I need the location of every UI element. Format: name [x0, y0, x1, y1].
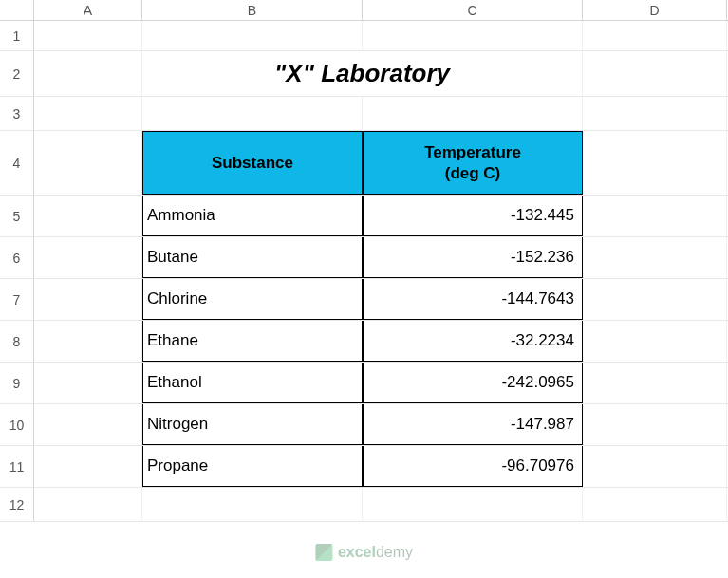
row-header-4[interactable]: 4 [0, 131, 34, 195]
cell-substance[interactable]: Chlorine [142, 279, 363, 320]
row-2: 2 "X" Laboratory [0, 51, 728, 97]
cell-a2[interactable] [34, 51, 142, 96]
cell-a10[interactable] [34, 404, 142, 445]
cell-d3[interactable] [583, 97, 727, 130]
row-header-7[interactable]: 7 [0, 279, 34, 320]
cell-c12[interactable] [363, 488, 583, 521]
table-header-substance-label: Substance [212, 153, 293, 173]
row-header-2[interactable]: 2 [0, 51, 34, 96]
cell-d4[interactable] [583, 131, 727, 195]
cell-a4[interactable] [34, 131, 142, 195]
cell-temperature[interactable]: -242.0965 [363, 363, 583, 403]
cell-b1[interactable] [142, 21, 363, 50]
col-header-a[interactable]: A [34, 0, 142, 20]
col-header-c[interactable]: C [363, 0, 583, 20]
cell-temperature[interactable]: -32.2234 [363, 321, 583, 362]
cell-d7[interactable] [583, 279, 727, 320]
cell-temperature[interactable]: -132.445 [363, 196, 583, 236]
cell-d10[interactable] [583, 404, 727, 445]
table-header-substance[interactable]: Substance [142, 131, 363, 195]
cell-d1[interactable] [583, 21, 727, 50]
cell-a8[interactable] [34, 321, 142, 362]
row-header-9[interactable]: 9 [0, 363, 34, 403]
cell-substance[interactable]: Ethanol [142, 363, 363, 403]
cell-a7[interactable] [34, 279, 142, 320]
exceldemy-logo-icon [315, 544, 332, 561]
cell-substance[interactable]: Butane [142, 237, 363, 278]
row-12: 12 [0, 488, 728, 522]
watermark: exceldemy [315, 544, 413, 561]
row-8: 8Ethane-32.2234 [0, 321, 728, 363]
cell-d12[interactable] [583, 488, 727, 521]
row-6: 6Butane-152.236 [0, 237, 728, 279]
cell-d9[interactable] [583, 363, 727, 403]
spreadsheet: A B C D 1 2 "X" Laboratory 3 4 Substance… [0, 0, 728, 578]
cell-substance[interactable]: Ethane [142, 321, 363, 362]
cell-d6[interactable] [583, 237, 727, 278]
cell-b12[interactable] [142, 488, 363, 521]
column-header-row: A B C D [0, 0, 728, 21]
row-header-3[interactable]: 3 [0, 97, 34, 130]
cell-substance[interactable]: Nitrogen [142, 404, 363, 445]
cell-d11[interactable] [583, 446, 727, 487]
row-header-11[interactable]: 11 [0, 446, 34, 487]
row-10: 10Nitrogen-147.987 [0, 404, 728, 446]
row-1: 1 [0, 21, 728, 51]
cell-temperature[interactable]: -147.987 [363, 404, 583, 445]
cell-a9[interactable] [34, 363, 142, 403]
row-header-10[interactable]: 10 [0, 404, 34, 445]
cell-b3[interactable] [142, 97, 363, 130]
row-header-5[interactable]: 5 [0, 196, 34, 236]
cell-a11[interactable] [34, 446, 142, 487]
row-9: 9Ethanol-242.0965 [0, 363, 728, 404]
row-header-12[interactable]: 12 [0, 488, 34, 521]
cell-c3[interactable] [363, 97, 583, 130]
cell-a1[interactable] [34, 21, 142, 50]
cell-d5[interactable] [583, 196, 727, 236]
page-title[interactable]: "X" Laboratory [142, 51, 583, 96]
col-header-b[interactable]: B [142, 0, 363, 20]
row-header-1[interactable]: 1 [0, 21, 34, 50]
cell-temperature[interactable]: -96.70976 [363, 446, 583, 487]
cell-c1[interactable] [363, 21, 583, 50]
cell-substance[interactable]: Ammonia [142, 196, 363, 236]
cell-a3[interactable] [34, 97, 142, 130]
row-3: 3 [0, 97, 728, 131]
cell-temperature[interactable]: -144.7643 [363, 279, 583, 320]
row-4: 4 Substance Temperature (deg C) [0, 131, 728, 196]
row-7: 7Chlorine-144.7643 [0, 279, 728, 321]
cell-a5[interactable] [34, 196, 142, 236]
cell-a12[interactable] [34, 488, 142, 521]
row-11: 11Propane-96.70976 [0, 446, 728, 488]
cell-d2[interactable] [583, 51, 727, 96]
table-header-temperature-label: Temperature (deg C) [424, 142, 521, 183]
cell-substance[interactable]: Propane [142, 446, 363, 487]
cell-temperature[interactable]: -152.236 [363, 237, 583, 278]
cell-d8[interactable] [583, 321, 727, 362]
watermark-text: exceldemy [338, 544, 413, 561]
row-header-6[interactable]: 6 [0, 237, 34, 278]
table-header-temperature[interactable]: Temperature (deg C) [363, 131, 583, 195]
col-header-d[interactable]: D [583, 0, 727, 20]
row-header-8[interactable]: 8 [0, 321, 34, 362]
select-all-corner[interactable] [0, 0, 34, 20]
row-5: 5Ammonia-132.445 [0, 196, 728, 237]
cell-a6[interactable] [34, 237, 142, 278]
